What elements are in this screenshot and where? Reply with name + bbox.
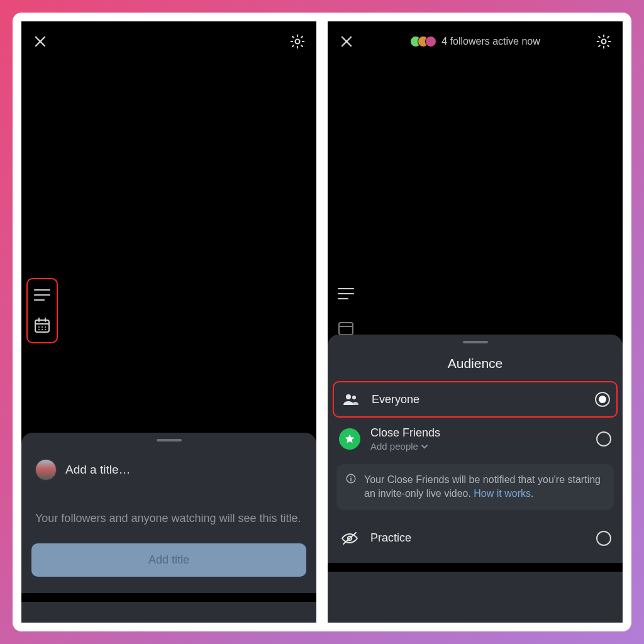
close-button[interactable] — [336, 31, 357, 52]
title-placeholder: Add a title… — [65, 463, 131, 477]
close-icon — [339, 34, 354, 49]
svg-point-24 — [346, 394, 351, 399]
radio-unselected[interactable] — [596, 431, 611, 447]
audience-sheet: Audience Everyone Close Friends Add peop… — [328, 335, 623, 623]
close-button[interactable] — [30, 31, 50, 52]
eye-off-icon — [339, 528, 360, 549]
svg-point-10 — [38, 326, 40, 328]
add-title-button[interactable]: Add title — [31, 543, 306, 577]
phone-right: 4 followers active now Audience Everyone — [328, 21, 623, 623]
user-avatar — [35, 459, 57, 480]
title-tool-button[interactable] — [33, 286, 52, 304]
star-badge-icon — [339, 428, 360, 450]
bottom-strip — [328, 563, 623, 572]
svg-rect-6 — [35, 320, 49, 332]
bottom-strip — [21, 593, 316, 602]
svg-point-12 — [45, 326, 46, 328]
title-input-row[interactable]: Add a title… — [21, 441, 316, 486]
audience-option-practice[interactable]: Practice — [328, 516, 623, 558]
audience-option-label: Close Friends — [370, 426, 586, 440]
gear-icon — [289, 33, 306, 50]
gear-icon — [596, 33, 612, 50]
how-it-works-link[interactable]: How it works — [474, 488, 531, 499]
svg-point-25 — [352, 396, 356, 399]
svg-point-13 — [38, 329, 40, 330]
svg-point-15 — [45, 329, 46, 330]
chevron-down-icon — [421, 443, 428, 450]
calendar-icon — [34, 317, 50, 333]
info-icon — [345, 473, 357, 484]
followers-status: 4 followers active now — [410, 36, 540, 47]
lines-icon — [34, 288, 50, 302]
phone-left: Add a title… Your followers and anyone w… — [21, 21, 316, 623]
add-title-sheet: Add a title… Your followers and anyone w… — [21, 433, 316, 623]
tutorial-frame: Add a title… Your followers and anyone w… — [13, 13, 631, 631]
topbar-right: 4 followers active now — [328, 21, 623, 62]
calendar-icon — [338, 319, 354, 336]
followers-status-text: 4 followers active now — [441, 36, 540, 47]
audience-option-sub[interactable]: Add people — [370, 441, 586, 452]
audience-option-everyone[interactable]: Everyone — [333, 381, 618, 418]
schedule-tool-button[interactable] — [33, 316, 52, 335]
side-tools-highlight — [26, 278, 58, 343]
settings-button[interactable] — [287, 31, 308, 52]
svg-point-14 — [42, 329, 43, 330]
audience-option-close-friends[interactable]: Close Friends Add people — [328, 418, 623, 460]
follower-avatars — [410, 36, 436, 47]
svg-rect-22 — [339, 323, 353, 335]
topbar-left — [21, 21, 316, 62]
settings-button[interactable] — [594, 31, 614, 52]
svg-point-18 — [602, 40, 606, 44]
radio-selected[interactable] — [595, 392, 610, 407]
svg-point-11 — [42, 326, 43, 328]
close-friends-info: Your Close Friends will be notified that… — [336, 464, 614, 510]
audience-option-label: Practice — [370, 531, 586, 545]
svg-point-28 — [350, 476, 352, 477]
close-icon — [33, 34, 48, 49]
audience-option-label: Everyone — [372, 393, 585, 406]
people-icon — [340, 389, 362, 410]
svg-point-2 — [296, 40, 300, 44]
radio-unselected[interactable] — [596, 531, 611, 546]
title-description: Your followers and anyone watching will … — [21, 486, 316, 532]
lines-icon — [338, 287, 354, 301]
title-tool-button[interactable] — [336, 284, 355, 303]
side-tools — [336, 284, 355, 337]
audience-heading: Audience — [328, 343, 623, 381]
